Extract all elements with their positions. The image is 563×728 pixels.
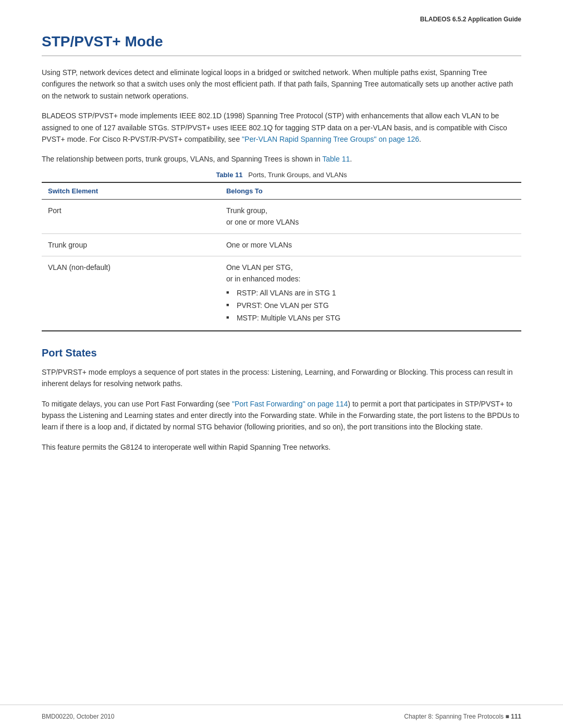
table-caption-text-value: Ports, Trunk Groups, and VLANs (248, 171, 347, 179)
bullet-item: PVRST: One VLAN per STG (226, 300, 515, 311)
row-3-col2: One VLAN per STG,or in enhanced modes: R… (220, 256, 521, 330)
col-header-switch-element: Switch Element (42, 182, 220, 200)
pvst-link[interactable]: "Per-VLAN Rapid Spanning Tree Groups" on… (242, 135, 419, 143)
vlan-bullets: RSTP: All VLANs are in STG 1 PVRST: One … (226, 287, 515, 324)
table-intro-text-2: . (350, 155, 352, 163)
page-title: STP/PVST+ Mode (42, 33, 521, 56)
table-caption-row: Table 11 Ports, Trunk Groups, and VLANs (42, 170, 521, 179)
port-fast-forwarding-link[interactable]: "Port Fast Forwarding" on page 114 (232, 400, 348, 408)
footer-right: Chapter 8: Spanning Tree Protocols ■ 111 (404, 713, 521, 720)
table-row: Trunk group One or more VLANs (42, 233, 521, 256)
port-states-para1: STP/PVRST+ mode employs a sequence of po… (42, 366, 521, 390)
port-states-para2: To mitigate delays, you can use Port Fas… (42, 398, 521, 433)
header-title: BLADEOS 6.5.2 Application Guide (420, 16, 521, 23)
port-states-para3: This feature permits the G8124 to intero… (42, 441, 521, 453)
table-caption-label: Table 11 (216, 171, 242, 179)
footer-left: BMD00220, October 2010 (42, 713, 114, 720)
table-intro: The relationship between ports, trunk gr… (42, 153, 521, 165)
footer-chapter: Chapter 8: Spanning Tree Protocols ■ (404, 713, 511, 720)
page-footer: BMD00220, October 2010 Chapter 8: Spanni… (0, 705, 563, 728)
page-header: BLADEOS 6.5.2 Application Guide (0, 0, 563, 28)
intro-paragraph-2: BLADEOS STP/PVST+ mode implements IEEE 8… (42, 110, 521, 145)
row-1-col1: Port (42, 199, 220, 233)
para2-text-1: To mitigate delays, you can use Port Fas… (42, 400, 232, 408)
table-caption: Table 11 Ports, Trunk Groups, and VLANs (216, 171, 347, 179)
table-row: Port Trunk group,or one or more VLANs (42, 199, 521, 233)
ports-vlans-table: Switch Element Belongs To Port Trunk gro… (42, 182, 521, 331)
page-container: BLADEOS 6.5.2 Application Guide STP/PVST… (0, 0, 563, 728)
bullet-item: MSTP: Multiple VLANs per STG (226, 312, 515, 324)
row-1-col2: Trunk group,or one or more VLANs (220, 199, 521, 233)
row-2-col2: One or more VLANs (220, 233, 521, 256)
col-header-belongs-to: Belongs To (220, 182, 521, 200)
row-3-col1: VLAN (non-default) (42, 256, 220, 330)
page-number: 111 (511, 713, 521, 720)
intro2-text-2: . (419, 135, 421, 143)
bullet-item: RSTP: All VLANs are in STG 1 (226, 287, 515, 299)
intro-paragraph-1: Using STP, network devices detect and el… (42, 67, 521, 102)
main-content: STP/PVST+ Mode Using STP, network device… (0, 28, 563, 492)
port-states-heading: Port States (42, 347, 521, 359)
table11-link[interactable]: Table 11 (322, 155, 350, 163)
table-intro-text-1: The relationship between ports, trunk gr… (42, 155, 322, 163)
row-2-col1: Trunk group (42, 233, 220, 256)
table-header-row: Switch Element Belongs To (42, 182, 521, 200)
table-row: VLAN (non-default) One VLAN per STG,or i… (42, 256, 521, 330)
